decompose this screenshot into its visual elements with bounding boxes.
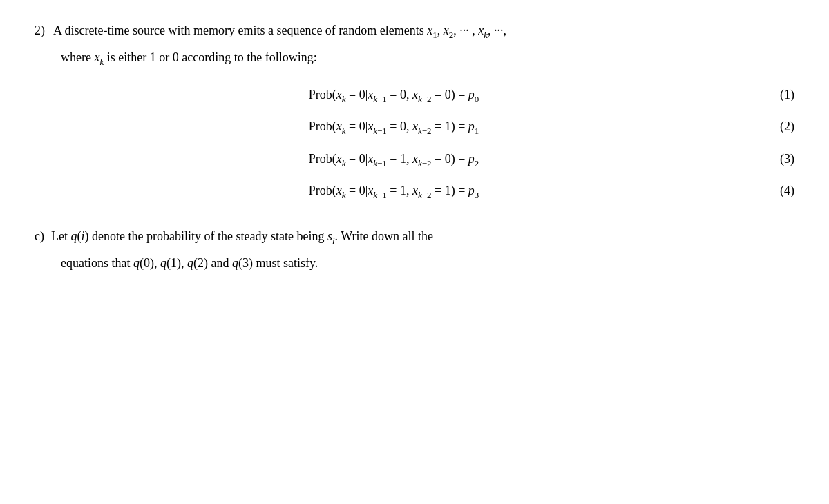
- equation-number-1: (1): [753, 88, 794, 102]
- problem-header: 2) A discrete-time source with memory em…: [35, 21, 794, 42]
- equation-row-2: Prob(xk = 0|xk−1 = 0, xk−2 = 1) = p1 (2): [35, 115, 794, 141]
- equations-container: Prob(xk = 0|xk−1 = 0, xk−2 = 0) = p0 (1)…: [35, 84, 794, 205]
- equation-formula-4: Prob(xk = 0|xk−1 = 1, xk−2 = 1) = p3: [35, 184, 753, 201]
- problem-number: 2): [35, 21, 45, 41]
- problem-continuation: where xk is either 1 or 0 according to t…: [61, 48, 794, 69]
- part-c-text-line1: Let q(i) denote the probability of the s…: [51, 226, 433, 249]
- problem-text-line1: A discrete-time source with memory emits…: [53, 21, 506, 42]
- equation-formula-1: Prob(xk = 0|xk−1 = 0, xk−2 = 0) = p0: [35, 88, 753, 105]
- equation-number-2: (2): [753, 119, 794, 134]
- equation-formula-2: Prob(xk = 0|xk−1 = 0, xk−2 = 1) = p1: [35, 119, 753, 137]
- page-content: 2) A discrete-time source with memory em…: [35, 21, 794, 273]
- part-c-label: c): [35, 226, 44, 247]
- equation-row-4: Prob(xk = 0|xk−1 = 1, xk−2 = 1) = p3 (4): [35, 180, 794, 205]
- part-c-line2: equations that q(0), q(1), q(2) and q(3)…: [61, 253, 794, 274]
- part-c-text-line2: equations that q(0), q(1), q(2) and q(3)…: [61, 253, 318, 274]
- equation-row-3: Prob(xk = 0|xk−1 = 1, xk−2 = 0) = p2 (3): [35, 148, 794, 173]
- equation-number-4: (4): [753, 184, 794, 198]
- equation-formula-3: Prob(xk = 0|xk−1 = 1, xk−2 = 0) = p2: [35, 152, 753, 169]
- part-c-line1: c) Let q(i) denote the probability of th…: [35, 226, 794, 249]
- part-c: c) Let q(i) denote the probability of th…: [35, 226, 794, 273]
- equation-row-1: Prob(xk = 0|xk−1 = 0, xk−2 = 0) = p0 (1): [35, 84, 794, 109]
- equation-number-3: (3): [753, 152, 794, 166]
